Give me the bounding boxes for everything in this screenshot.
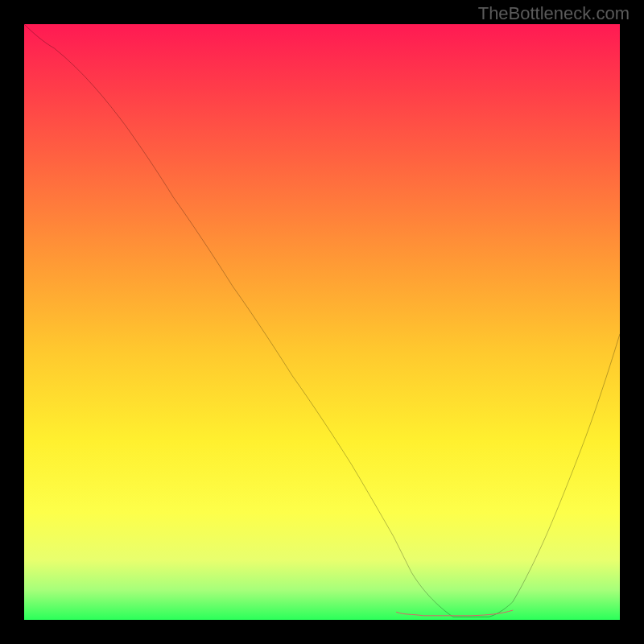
watermark-label: TheBottleneck.com <box>478 3 630 24</box>
bottleneck-curve <box>24 24 620 617</box>
chart-svg <box>24 24 620 620</box>
chart-area <box>24 24 620 620</box>
highlight-segment <box>397 610 513 616</box>
